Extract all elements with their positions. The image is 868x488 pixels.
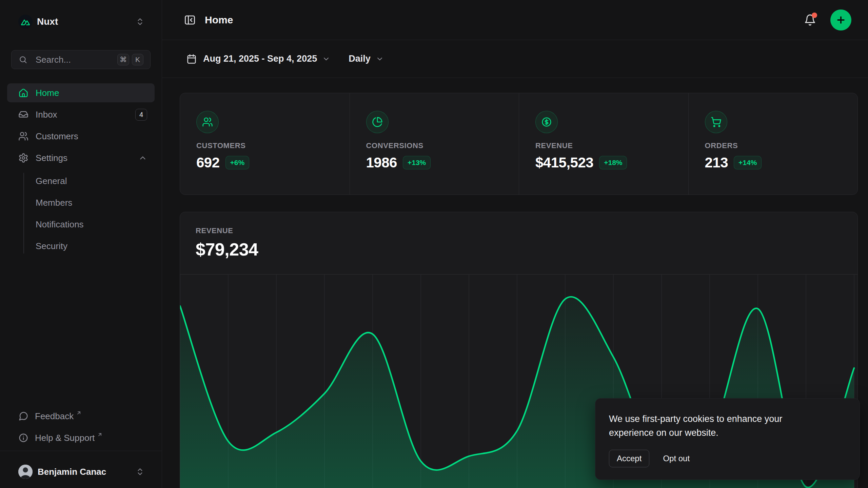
sidebar-item-label: Inbox xyxy=(36,109,135,120)
footer-item-label: Help & Support xyxy=(35,433,95,443)
stat-customers[interactable]: CUSTOMERS 692 +6% xyxy=(180,93,350,195)
stat-label: CUSTOMERS xyxy=(196,141,350,150)
search-icon xyxy=(19,55,27,64)
sidebar-item-inbox[interactable]: Inbox 4 xyxy=(7,105,155,124)
external-link-icon xyxy=(76,410,82,416)
sidebar-footer: Feedback Help & Support Benjamin Canac xyxy=(7,405,155,483)
cookie-message: We use first-party cookies to enhance yo… xyxy=(609,412,829,440)
sidebar-collapse-icon[interactable] xyxy=(184,14,196,26)
page-title: Home xyxy=(205,14,233,26)
cookie-banner: We use first-party cookies to enhance yo… xyxy=(595,398,860,480)
stat-label: ORDERS xyxy=(705,141,858,150)
stat-delta-badge: +14% xyxy=(734,156,762,169)
sidebar-item-security[interactable]: Security xyxy=(7,235,155,257)
chat-bubble-icon xyxy=(18,411,28,421)
team-name: Nuxt xyxy=(37,16,136,27)
plus-icon xyxy=(836,15,846,25)
page-header: Home xyxy=(162,0,868,40)
inbox-icon xyxy=(18,109,28,120)
user-menu[interactable]: Benjamin Canac xyxy=(7,461,155,483)
chevron-down-icon xyxy=(322,55,330,63)
stat-value: $415,523 xyxy=(535,155,593,171)
feedback-link[interactable]: Feedback xyxy=(7,405,155,427)
date-range-value: Aug 21, 2025 - Sep 4, 2025 xyxy=(203,54,317,64)
sidebar-item-general[interactable]: General xyxy=(7,170,155,192)
notification-dot xyxy=(812,13,817,18)
stat-value: 213 xyxy=(705,155,728,171)
granularity-value: Daily xyxy=(349,54,371,64)
sidebar-item-label: Customers xyxy=(36,131,147,142)
external-link-icon xyxy=(97,432,103,438)
sidebar-divider xyxy=(0,451,162,451)
stat-conversions[interactable]: CONVERSIONS 1986 +13% xyxy=(350,93,519,195)
gear-icon xyxy=(18,153,28,163)
stat-revenue[interactable]: REVENUE $415,523 +18% xyxy=(519,93,688,195)
stat-orders[interactable]: ORDERS 213 +14% xyxy=(688,93,858,195)
team-switcher[interactable]: Nuxt xyxy=(7,12,155,31)
chevrons-up-down-icon xyxy=(136,17,144,26)
stat-value: 692 xyxy=(196,155,220,171)
sidebar-nav: Home Inbox 4 Customers Settings Ge xyxy=(7,83,155,257)
granularity-select[interactable]: Daily xyxy=(349,54,384,64)
calendar-icon xyxy=(186,54,197,64)
users-icon xyxy=(18,131,28,141)
stat-delta-badge: +18% xyxy=(599,156,627,169)
date-range-picker[interactable]: Aug 21, 2025 - Sep 4, 2025 xyxy=(186,54,330,64)
sidebar: Nuxt Search... ⌘ K Home Inbox 4 xyxy=(0,0,162,488)
sidebar-item-settings[interactable]: Settings xyxy=(7,148,155,167)
sidebar-item-customers[interactable]: Customers xyxy=(7,127,155,146)
settings-submenu: General Members Notifications Security xyxy=(7,170,155,257)
user-name: Benjamin Canac xyxy=(38,467,136,477)
shopping-cart-icon xyxy=(705,111,727,133)
sidebar-item-label: Settings xyxy=(36,153,138,163)
search-placeholder: Search... xyxy=(36,55,115,65)
info-circle-icon xyxy=(18,433,28,443)
search-input[interactable]: Search... ⌘ K xyxy=(11,50,151,69)
sidebar-item-notifications[interactable]: Notifications xyxy=(7,214,155,235)
sidebar-item-members[interactable]: Members xyxy=(7,192,155,214)
users-icon xyxy=(196,111,219,133)
revenue-chart-value: $79,234 xyxy=(196,239,857,260)
accept-button[interactable]: Accept xyxy=(609,450,649,467)
nuxt-logo-icon xyxy=(18,15,33,29)
pie-chart-icon xyxy=(366,111,389,133)
footer-item-label: Feedback xyxy=(35,411,74,422)
sidebar-item-label: Home xyxy=(36,88,147,98)
add-button[interactable] xyxy=(830,9,851,30)
stat-delta-badge: +6% xyxy=(225,156,250,169)
filters-toolbar: Aug 21, 2025 - Sep 4, 2025 Daily xyxy=(162,40,868,78)
opt-out-button[interactable]: Opt out xyxy=(663,454,690,463)
home-icon xyxy=(18,88,28,98)
avatar xyxy=(18,465,33,479)
chevrons-up-down-icon xyxy=(136,467,144,476)
chevron-down-icon xyxy=(376,55,384,63)
stat-label: CONVERSIONS xyxy=(366,141,519,150)
sidebar-item-home[interactable]: Home xyxy=(7,83,155,102)
inbox-count-badge: 4 xyxy=(135,109,147,121)
kbd-cmd: ⌘ xyxy=(117,54,129,65)
kbd-k: K xyxy=(132,54,143,65)
dollar-circle-icon xyxy=(535,111,558,133)
stat-label: REVENUE xyxy=(535,141,688,150)
chevron-up-icon xyxy=(138,154,147,162)
notifications-button[interactable] xyxy=(804,14,816,26)
stat-value: 1986 xyxy=(366,155,397,171)
stat-delta-badge: +13% xyxy=(403,156,431,169)
help-support-link[interactable]: Help & Support xyxy=(7,427,155,449)
stats-row: CUSTOMERS 692 +6% CONVERSIONS 1986 +13% xyxy=(180,93,858,195)
revenue-chart-label: REVENUE xyxy=(196,226,857,235)
